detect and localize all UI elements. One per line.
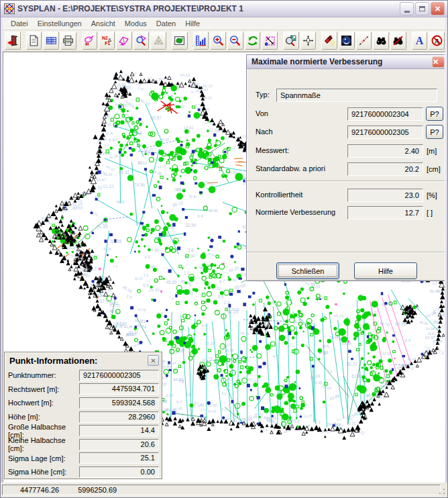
svg-text:90.77: 90.77 [240,331,250,337]
map-overview-button[interactable] [172,32,188,50]
svg-text:95.70: 95.70 [139,99,151,107]
svg-text:7.2: 7.2 [168,295,174,300]
svg-text:1.1: 1.1 [184,270,190,275]
histogram-button[interactable] [193,32,209,50]
hilfe-button[interactable]: Hilfe [354,262,417,279]
menu-datei[interactable]: Datei [6,18,33,29]
panel-row: Hochwert [m]: 5993924.568 [8,396,159,410]
punkt-informationen-panel: Punkt-Informationen: ✕ Punktnummer: 9217… [4,352,162,479]
ellipse-plot-button[interactable] [82,32,98,50]
dialog-close-button[interactable]: ✕ [432,56,445,68]
app-icon [4,3,15,14]
svg-text:8.5: 8.5 [202,323,207,328]
tool-bar: N2ΔF1 [3,30,445,52]
svg-text:4.8: 4.8 [77,200,82,203]
measure-distance-button[interactable] [356,32,372,50]
svg-text:16.29: 16.29 [165,394,173,397]
svg-text:2.3: 2.3 [126,294,133,300]
find-off-button[interactable] [390,32,406,50]
night-view-icon [341,35,352,46]
svg-text:58.85: 58.85 [209,209,217,213]
pan-button[interactable] [300,32,317,50]
svg-text:50.41: 50.41 [189,195,197,199]
svg-text:84.47: 84.47 [321,429,332,434]
maximize-button[interactable] [415,2,429,15]
svg-text:51.25: 51.25 [227,309,238,314]
map-client-area: 18.3518.0124.2716.607.60.04.623.3068.874… [3,52,445,483]
menu-hilfe[interactable]: Hilfe [180,18,205,29]
schliessen-button[interactable]: Schließen [276,262,339,279]
svg-text:6.0: 6.0 [432,281,438,286]
undo-view-button[interactable] [245,32,261,50]
zoom-in-button[interactable] [210,32,226,50]
zoom-area-icon [285,35,296,46]
nach-point-lookup-button[interactable]: P? [426,125,443,139]
find-button[interactable] [373,32,389,50]
svg-text:53.72: 53.72 [346,362,357,366]
new-document-button[interactable] [26,32,42,50]
svg-text:3.8: 3.8 [188,248,194,252]
panel-row: Große Halbachse [cm]: 14.4 [8,424,159,438]
night-view-button[interactable] [339,32,355,50]
standardabw-unit: [cm] [427,162,441,175]
svg-text:A: A [416,35,424,46]
zoom-area-button[interactable] [283,32,299,50]
toolbar-separator [77,32,81,50]
sigma-hoehe-label: Sigma Höhe [cm]: [8,468,79,476]
svg-text:24.27: 24.27 [119,73,128,79]
status-bar: 4477746.26 5996250.69 [1,483,447,497]
exit-button[interactable] [5,32,21,50]
svg-text:6.2: 6.2 [222,392,227,395]
menu-daten[interactable]: Daten [152,18,180,29]
svg-text:8.8: 8.8 [121,103,127,108]
svg-text:4.2: 4.2 [228,377,233,381]
dialog-maximale-normierte-verbesserung: Maximale normierte Verbesserung ✕ Typ: S… [246,54,445,281]
resize-grip[interactable] [438,487,446,495]
svg-text:36.60: 36.60 [103,152,112,156]
svg-text:51.49: 51.49 [97,224,108,229]
svg-text:92.04: 92.04 [234,283,246,291]
title-bar: SYSPLAN - E:\PROJEKTE\SYSTRA PROJEKTE\PR… [1,1,447,17]
von-point-lookup-button[interactable]: P? [426,107,443,121]
minimize-button[interactable] [400,2,414,15]
table-view-button[interactable] [43,32,59,50]
panel-close-button[interactable]: ✕ [148,355,159,366]
svg-text:34.63: 34.63 [180,72,190,77]
svg-text:97.60: 97.60 [161,138,169,142]
menu-ansicht[interactable]: Ansicht [87,18,120,29]
svg-text:16.34: 16.34 [225,348,233,352]
svg-text:14.02: 14.02 [183,125,194,130]
close-icon: ✕ [433,58,444,66]
zoom-out-button[interactable] [227,32,243,50]
svg-text:48.04: 48.04 [419,319,429,326]
svg-text:85.99: 85.99 [241,417,252,421]
flashlight-button[interactable] [321,32,337,50]
zoom-window-button[interactable] [262,32,278,50]
panel-row: Sigma Lage [cm]: 25.1 [8,452,159,466]
point-numbers-icon: N2ΔF1 [101,35,113,46]
panel-row: Kleine Halbachse [cm]: 20.6 [8,438,159,452]
menu-einstellungen[interactable]: Einstellungen [33,18,87,29]
kontrolliertheit-label: Kontrolliertheit [256,189,302,201]
print-button[interactable] [60,32,76,50]
svg-text:N2: N2 [102,36,108,40]
zoom-select-button[interactable] [133,32,150,50]
close-button[interactable]: ✕ [431,2,445,15]
point-numbers-button[interactable]: N2ΔF1 [99,32,115,50]
print-icon [62,35,74,46]
svg-text:1.3: 1.3 [327,368,333,374]
svg-text:5.8: 5.8 [218,295,224,299]
mesh-icon [153,35,164,46]
svg-text:45.30: 45.30 [166,280,177,285]
toolbar-separator [167,32,171,50]
menu-modus[interactable]: Modus [120,18,152,29]
kontrolliertheit-unit: [%] [427,189,437,201]
svg-text:3.3: 3.3 [336,417,341,422]
flashlight-icon [324,35,335,46]
labels-off-button[interactable]: A [429,32,445,50]
labels-on-button[interactable]: A [412,32,428,50]
area-select-button[interactable] [116,32,132,50]
dialog-title-bar[interactable]: Maximale normierte Verbesserung ✕ [247,55,445,69]
rechtswert-label: Rechtswert [m]: [8,385,79,393]
svg-text:6.8: 6.8 [442,313,445,318]
